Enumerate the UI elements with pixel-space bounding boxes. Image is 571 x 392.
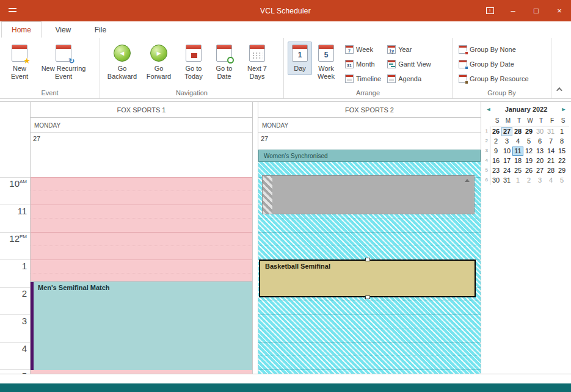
hour-cell[interactable]: [258, 369, 481, 374]
half-hour-cell[interactable]: [258, 343, 481, 356]
go-to-today-button[interactable]: Go to Today: [177, 42, 210, 83]
calendar-day[interactable]: 12: [523, 147, 534, 156]
calendar-day[interactable]: 28: [545, 166, 556, 175]
minimize-button[interactable]: –: [501, 0, 525, 21]
ribbon-display-options-button[interactable]: ↑: [478, 0, 501, 21]
work-week-view-button[interactable]: 5 Work Week: [312, 42, 340, 83]
week-view-button[interactable]: 7 Week: [345, 43, 381, 55]
calendar-day[interactable]: 29: [523, 127, 534, 136]
go-backward-button[interactable]: ◄ Go Backward: [104, 42, 140, 83]
calendar-day[interactable]: 19: [523, 156, 534, 165]
day-content-fox-sports-1[interactable]: 27 Men's Semifinal Match: [31, 133, 252, 374]
calendar-day[interactable]: 29: [556, 166, 567, 175]
next-month-button[interactable]: ►: [560, 106, 567, 112]
half-hour-cell[interactable]: [258, 370, 481, 374]
group-by-date-button[interactable]: Group By Date: [459, 58, 551, 70]
calendar-day[interactable]: 18: [512, 156, 523, 165]
month-icon-number: 31: [346, 63, 353, 68]
calendar-day[interactable]: 3: [501, 137, 512, 146]
half-hour-cell[interactable]: [31, 260, 252, 274]
event-placeholder-block[interactable]: [262, 175, 475, 214]
tab-file[interactable]: File: [85, 22, 116, 38]
half-hour-cell[interactable]: [31, 178, 252, 191]
calendar-day[interactable]: 3: [534, 176, 545, 185]
calendar-day[interactable]: 28: [512, 127, 523, 136]
calendar-day[interactable]: 26: [523, 166, 534, 175]
day-content-fox-sports-2[interactable]: 27 Women's Synchronised Basketball Semif…: [258, 133, 481, 374]
next-7-days-button[interactable]: Next 7 Days: [238, 42, 276, 83]
calendar-day[interactable]: 8: [556, 137, 567, 146]
prev-month-button[interactable]: ◄: [485, 106, 492, 112]
resize-handle-bottom[interactable]: [365, 296, 370, 299]
calendar-day[interactable]: 30: [490, 176, 501, 185]
hour-cell[interactable]: [31, 177, 252, 205]
group-by-none-button[interactable]: Group By None: [459, 43, 551, 55]
tab-view[interactable]: View: [45, 22, 81, 38]
calendar-day[interactable]: 24: [501, 166, 512, 175]
collapse-triangle-icon[interactable]: [465, 179, 470, 182]
calendar-day[interactable]: 6: [534, 137, 545, 146]
time-label-4: 4: [0, 342, 30, 369]
calendar-day[interactable]: 27: [501, 127, 512, 136]
new-recurring-event-button[interactable]: ↻ New Recurring Event: [35, 42, 92, 83]
event-mens-semifinal-match[interactable]: Men's Semifinal Match: [31, 281, 252, 370]
calendar-day[interactable]: 13: [534, 147, 545, 156]
hour-cell[interactable]: [258, 232, 481, 260]
half-hour-cell[interactable]: [31, 370, 252, 374]
month-view-button[interactable]: 31 Month: [345, 58, 381, 70]
calendar-day[interactable]: 15: [556, 147, 567, 156]
calendar-day[interactable]: 23: [490, 166, 501, 175]
calendar-day[interactable]: 16: [490, 156, 501, 165]
days-dots: [252, 52, 263, 59]
calendar-day[interactable]: 21: [545, 156, 556, 165]
calendar-day[interactable]: 14: [545, 147, 556, 156]
hour-cell[interactable]: [31, 232, 252, 260]
calendar-day[interactable]: 31: [545, 127, 556, 136]
calendar-day[interactable]: 25: [512, 166, 523, 175]
calendar-day[interactable]: 9: [490, 147, 501, 156]
calendar-day[interactable]: 31: [501, 176, 512, 185]
calendar-day[interactable]: 4: [545, 176, 556, 185]
calendar-day[interactable]: 22: [556, 156, 567, 165]
half-hour-cell[interactable]: [31, 205, 252, 219]
calendar-day[interactable]: 10: [501, 147, 512, 156]
calendar-day[interactable]: 4: [512, 137, 523, 146]
calendar-day[interactable]: 7: [545, 137, 556, 146]
hour-cell[interactable]: [258, 342, 481, 369]
event-basketball-semifinal[interactable]: Basketball Semifinal: [259, 260, 476, 297]
year-view-button[interactable]: 1y Year: [387, 43, 431, 55]
close-button[interactable]: ×: [548, 0, 571, 21]
calendar-day[interactable]: 1: [512, 176, 523, 185]
resize-handle-top[interactable]: [365, 258, 370, 261]
half-hour-cell[interactable]: [31, 233, 252, 246]
group-by-resource-button[interactable]: Group By Resource: [459, 73, 551, 84]
go-forward-button[interactable]: ► Go Forward: [140, 42, 177, 83]
timeline-view-button[interactable]: Timeline: [345, 73, 381, 84]
event-womens-synchronised[interactable]: Women's Synchronised: [258, 150, 481, 162]
calendar-day[interactable]: 27: [534, 166, 545, 175]
calendar-day[interactable]: 17: [501, 156, 512, 165]
calendar-day[interactable]: 30: [534, 127, 545, 136]
calendar-day[interactable]: 5: [523, 137, 534, 146]
hour-cell[interactable]: [31, 369, 252, 374]
maximize-button[interactable]: □: [525, 0, 548, 21]
half-hour-cell[interactable]: [258, 233, 481, 246]
gantt-view-button[interactable]: Gantt View: [387, 58, 431, 70]
hour-cell[interactable]: [31, 205, 252, 232]
month-title[interactable]: January 2022: [481, 104, 571, 113]
agenda-view-button[interactable]: Agenda: [387, 73, 431, 84]
calendar-day[interactable]: 2: [490, 137, 501, 146]
calendar-day[interactable]: 26: [490, 127, 501, 136]
tab-home[interactable]: Home: [1, 21, 42, 38]
calendar-day[interactable]: 2: [523, 176, 534, 185]
calendar-day[interactable]: 5: [556, 176, 567, 185]
new-event-button[interactable]: ★ New Event: [4, 42, 35, 83]
calendar-day[interactable]: 20: [534, 156, 545, 165]
go-to-date-button[interactable]: Go to Date: [210, 42, 238, 83]
calendar-day[interactable]: 11: [512, 147, 523, 156]
ribbon-collapse-button[interactable]: [554, 85, 562, 93]
hour-cell[interactable]: [258, 314, 481, 342]
half-hour-cell[interactable]: [258, 315, 481, 328]
day-view-button[interactable]: 1 Day: [288, 42, 312, 75]
calendar-day[interactable]: 1: [556, 127, 567, 136]
